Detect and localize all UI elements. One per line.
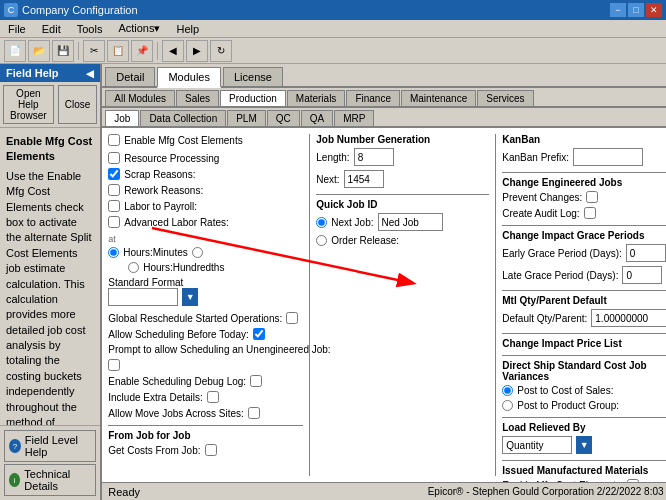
- prevent-changes-checkbox[interactable]: [586, 191, 598, 203]
- menu-bar: File Edit Tools Actions▾ Help: [0, 20, 666, 38]
- create-audit-log-checkbox[interactable]: [584, 207, 596, 219]
- tab-maintenance[interactable]: Maintenance: [401, 90, 476, 106]
- menu-file[interactable]: File: [4, 21, 30, 37]
- tab-plm[interactable]: PLM: [227, 110, 266, 126]
- right-panel: Detail Modules License All Modules Sales…: [102, 64, 666, 500]
- toolbar-new[interactable]: 📄: [4, 40, 26, 62]
- field-help-content: Enable Mfg Cost Elements Use the Enable …: [0, 128, 100, 425]
- technical-details-button[interactable]: i Technical Details: [4, 464, 96, 496]
- default-qty-parent-label: Default Qty/Parent:: [502, 313, 587, 324]
- prevent-changes-label: Prevent Changes:: [502, 192, 582, 203]
- tab-job[interactable]: Job: [105, 110, 139, 126]
- include-extra-details-label: Include Extra Details:: [108, 392, 203, 403]
- tab-all-modules[interactable]: All Modules: [105, 90, 175, 106]
- toolbar-cut[interactable]: ✂: [83, 40, 105, 62]
- maximize-button[interactable]: □: [628, 3, 644, 17]
- get-costs-from-job-checkbox[interactable]: [205, 444, 217, 456]
- global-reschedule-checkbox[interactable]: [286, 312, 298, 324]
- post-cost-of-sales-radio[interactable]: [502, 385, 513, 396]
- tab-qa[interactable]: QA: [301, 110, 333, 126]
- load-relieved-input[interactable]: [502, 436, 572, 454]
- field-level-help-label: Field Level Help: [25, 434, 91, 458]
- menu-tools[interactable]: Tools: [73, 21, 107, 37]
- allow-scheduling-checkbox[interactable]: [253, 328, 265, 340]
- load-relieved-dropdown[interactable]: ▼: [576, 436, 592, 454]
- allow-unengineered-checkbox[interactable]: [108, 359, 120, 371]
- status-bar: Ready Epicor® - Stephen Gould Corporatio…: [102, 482, 666, 500]
- next-input[interactable]: [344, 170, 384, 188]
- mtl-qty-parent-section: Mtl Qty/Parent Default Default Qty/Paren…: [502, 290, 666, 327]
- late-grace-input[interactable]: [622, 266, 662, 284]
- column-right: KanBan KanBan Prefix: Change Engineered …: [495, 134, 666, 476]
- late-grace-label: Late Grace Period (Days):: [502, 270, 618, 281]
- tab-data-collection[interactable]: Data Collection: [140, 110, 226, 126]
- hours-hundredths-label-2: Hours:Hundredths: [143, 262, 224, 273]
- post-product-group-label: Post to Product Group:: [517, 400, 619, 411]
- help-section-title: Enable Mfg Cost Elements: [6, 135, 92, 162]
- standard-format-label: Standard Format: [108, 277, 303, 288]
- allow-unengineered-label: Prompt to allow Scheduling an Unengineer…: [108, 344, 330, 355]
- column-left: Enable Mfg Cost Elements Resource Proces…: [108, 134, 303, 476]
- next-job-radio[interactable]: [316, 217, 327, 228]
- mtl-qty-parent-title: Mtl Qty/Parent Default: [502, 295, 666, 306]
- standard-format-dropdown[interactable]: ▼: [182, 288, 198, 306]
- toolbar-refresh[interactable]: ↻: [210, 40, 232, 62]
- field-level-help-button[interactable]: ? Field Level Help: [4, 430, 96, 462]
- menu-help[interactable]: Help: [172, 21, 203, 37]
- kanban-prefix-input[interactable]: [573, 148, 643, 166]
- tab-materials[interactable]: Materials: [287, 90, 346, 106]
- toolbar-forward[interactable]: ▶: [186, 40, 208, 62]
- help-icon: ?: [9, 439, 21, 453]
- next-job-input[interactable]: [378, 213, 443, 231]
- include-extra-details-checkbox[interactable]: [207, 391, 219, 403]
- issued-manufactured-section: Issued Manufactured Materials Enable Mfg…: [502, 460, 666, 482]
- early-grace-input[interactable]: [626, 244, 666, 262]
- allow-move-jobs-checkbox[interactable]: [248, 407, 260, 419]
- toolbar-save[interactable]: 💾: [52, 40, 74, 62]
- hours-hundredths-radio[interactable]: [192, 247, 203, 258]
- allow-scheduling-label: Allow Scheduling Before Today:: [108, 329, 248, 340]
- resource-processing-checkbox[interactable]: [108, 152, 120, 164]
- standard-format-input[interactable]: [108, 288, 178, 306]
- labor-to-payroll-checkbox[interactable]: [108, 200, 120, 212]
- close-help-button[interactable]: Close: [58, 85, 98, 124]
- enable-scheduling-debug-checkbox[interactable]: [250, 375, 262, 387]
- toolbar-back[interactable]: ◀: [162, 40, 184, 62]
- rework-reasons-checkbox[interactable]: [108, 184, 120, 196]
- order-release-radio[interactable]: [316, 235, 327, 246]
- tab-mrp[interactable]: MRP: [334, 110, 374, 126]
- tab-production[interactable]: Production: [220, 90, 286, 106]
- toolbar-open[interactable]: 📂: [28, 40, 50, 62]
- at-label: at: [108, 234, 303, 244]
- rework-reasons-label: Rework Reasons:: [124, 185, 203, 196]
- tab-license[interactable]: License: [223, 67, 283, 86]
- hours-hundredths-radio-2[interactable]: [128, 262, 139, 273]
- load-relieved-section: Load Relieved By ▼: [502, 417, 666, 454]
- menu-edit[interactable]: Edit: [38, 21, 65, 37]
- enable-mfg-cost-checkbox[interactable]: [108, 134, 120, 146]
- issued-mfg-cost-elements-checkbox[interactable]: [627, 479, 639, 482]
- toolbar-paste[interactable]: 📌: [131, 40, 153, 62]
- job-number-generation-title: Job Number Generation: [316, 134, 489, 145]
- tab-sales[interactable]: Sales: [176, 90, 219, 106]
- collapse-icon[interactable]: ◀: [86, 68, 94, 79]
- tab-services[interactable]: Services: [477, 90, 533, 106]
- tab-detail[interactable]: Detail: [105, 67, 155, 86]
- hours-minutes-radio[interactable]: [108, 247, 119, 258]
- menu-actions[interactable]: Actions▾: [114, 20, 164, 37]
- scrap-reasons-label: Scrap Reasons:: [124, 169, 195, 180]
- post-product-group-radio[interactable]: [502, 400, 513, 411]
- advanced-labor-rates-checkbox[interactable]: [108, 216, 120, 228]
- change-engineered-jobs-section: Change Engineered Jobs Prevent Changes: …: [502, 172, 666, 219]
- open-help-browser-button[interactable]: Open Help Browser: [3, 85, 54, 124]
- toolbar-copy[interactable]: 📋: [107, 40, 129, 62]
- tab-modules[interactable]: Modules: [157, 67, 221, 88]
- scrap-reasons-checkbox[interactable]: [108, 168, 120, 180]
- length-input[interactable]: [354, 148, 394, 166]
- default-qty-parent-input[interactable]: [591, 309, 666, 327]
- tab-finance[interactable]: Finance: [346, 90, 400, 106]
- tab-qc[interactable]: QC: [267, 110, 300, 126]
- content-area: Enable Mfg Cost Elements Resource Proces…: [102, 128, 666, 482]
- close-button[interactable]: ✕: [646, 3, 662, 17]
- minimize-button[interactable]: −: [610, 3, 626, 17]
